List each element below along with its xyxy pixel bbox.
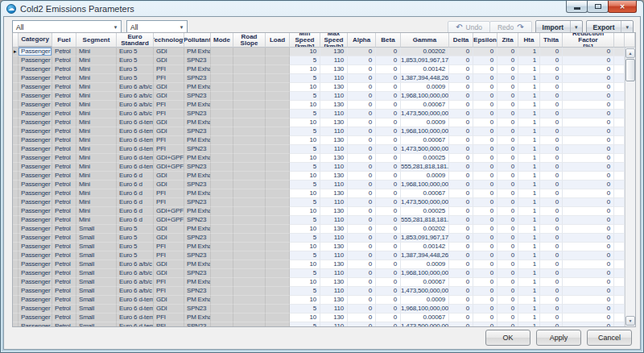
cell-mode[interactable] (211, 74, 233, 83)
row-selector-cell[interactable] (13, 260, 19, 269)
cell-zita[interactable]: 0 (497, 56, 518, 65)
cell-road_slope[interactable] (233, 101, 266, 110)
cell-category[interactable]: Passenger Cars (19, 65, 52, 74)
cell-thita[interactable]: 0 (540, 127, 563, 136)
row-selector-cell[interactable] (13, 92, 19, 101)
cell-max_speed[interactable]: 130 (320, 101, 348, 110)
cell-pollutant[interactable]: SPN23 (184, 322, 211, 327)
cell-zita[interactable]: 0 (497, 145, 518, 154)
cell-min_speed[interactable]: 5 (290, 181, 320, 189)
cell-min_speed[interactable]: 10 (290, 154, 320, 163)
cell-mode[interactable] (211, 216, 233, 225)
cell-beta[interactable]: 0 (376, 127, 401, 136)
cell-beta[interactable]: 0 (376, 48, 401, 56)
cell-load[interactable] (266, 322, 290, 327)
cell-epsilon[interactable]: 0 (473, 225, 497, 234)
cell-zita[interactable]: 0 (497, 92, 518, 101)
cell-fuel[interactable]: Petrol (52, 225, 76, 234)
cell-thita[interactable]: 0 (540, 181, 563, 189)
cell-thita[interactable]: 0 (540, 74, 563, 83)
table-row[interactable]: Passenger CarsPetrolMiniEuro 6 dGDI+GPFP… (13, 207, 625, 216)
table-row[interactable]: Passenger CarsPetrolMiniEuro 6 a/b/cGDIP… (13, 83, 625, 92)
row-selector-cell[interactable] (13, 234, 19, 243)
column-header-alpha[interactable]: Alpha (348, 33, 376, 48)
cell-road_slope[interactable] (233, 243, 266, 251)
cell-mode[interactable] (211, 101, 233, 110)
cell-load[interactable] (266, 234, 290, 243)
cell-road_slope[interactable] (233, 305, 266, 314)
cell-delta[interactable]: 0 (449, 145, 473, 154)
cell-epsilon[interactable]: 0 (473, 322, 497, 327)
cell-fuel[interactable]: Petrol (52, 118, 76, 127)
row-selector-cell[interactable] (13, 136, 19, 145)
cell-thita[interactable]: 0 (540, 118, 563, 127)
cell-max_speed[interactable]: 130 (320, 83, 348, 92)
cell-technology[interactable]: GDI+GPF (154, 154, 184, 163)
cell-fuel[interactable]: Petrol (52, 74, 76, 83)
cell-technology[interactable]: GDI (154, 260, 184, 269)
cell-min_speed[interactable]: 5 (290, 56, 320, 65)
cell-segment[interactable]: Mini (76, 189, 117, 198)
cell-reduction_factor[interactable]: 0 (563, 269, 614, 278)
row-selector-cell[interactable] (13, 216, 19, 225)
cell-pollutant[interactable]: SPN23 (184, 163, 211, 172)
cell-gamma[interactable]: 1,387,394,448,267.14 (401, 251, 449, 260)
cell-gamma[interactable]: 1,968,100,000,000 (401, 127, 449, 136)
cell-category[interactable]: Passenger Cars (19, 136, 52, 145)
cell-reduction_factor[interactable]: 0 (563, 118, 614, 127)
cell-category[interactable]: Passenger Cars (19, 225, 52, 234)
column-header-segment[interactable]: Segment (76, 33, 117, 48)
cell-pollutant[interactable]: SPN23 (184, 56, 211, 65)
cell-alpha[interactable]: 0 (348, 260, 376, 269)
cell-pollutant[interactable]: PM Exhaust (184, 172, 211, 181)
cell-gamma[interactable]: 0.00067 (401, 189, 449, 198)
cell-hta[interactable]: 1 (518, 92, 540, 101)
cell-delta[interactable]: 0 (449, 322, 473, 327)
cell-load[interactable] (266, 118, 290, 127)
cell-mode[interactable] (211, 118, 233, 127)
cell-delta[interactable]: 0 (449, 65, 473, 74)
cell-euro_standard[interactable]: Euro 6 d-temp (117, 136, 154, 145)
cell-max_speed[interactable]: 110 (320, 234, 348, 243)
table-row[interactable]: Passenger CarsPetrolMiniEuro 6 dGDI+GPFS… (13, 216, 625, 225)
cell-epsilon[interactable]: 0 (473, 74, 497, 83)
cell-pollutant[interactable]: SPN23 (184, 287, 211, 296)
cell-reduction_factor[interactable]: 0 (563, 314, 614, 322)
cell-category[interactable]: Passenger Cars (19, 56, 52, 65)
cell-min_speed[interactable]: 5 (290, 269, 320, 278)
cell-delta[interactable]: 0 (449, 269, 473, 278)
cell-thita[interactable]: 0 (540, 207, 563, 216)
column-header-delta[interactable]: Delta (449, 33, 473, 48)
cell-reduction_factor[interactable]: 0 (563, 216, 614, 225)
cell-reduction_factor[interactable]: 0 (563, 74, 614, 83)
cell-segment[interactable]: Mini (76, 110, 117, 118)
cell-segment[interactable]: Small (76, 278, 117, 287)
cell-epsilon[interactable]: 0 (473, 163, 497, 172)
cell-zita[interactable]: 0 (497, 216, 518, 225)
cell-technology[interactable]: GDI (154, 56, 184, 65)
cell-beta[interactable]: 0 (376, 189, 401, 198)
cell-category[interactable]: Passenger Cars (19, 278, 52, 287)
cell-reduction_factor[interactable]: 0 (563, 225, 614, 234)
cell-beta[interactable]: 0 (376, 216, 401, 225)
cell-hta[interactable]: 1 (518, 243, 540, 251)
cell-gamma[interactable]: 0.0009 (401, 118, 449, 127)
cell-pollutant[interactable]: PM Exhaust (184, 118, 211, 127)
cell-max_speed[interactable]: 110 (320, 305, 348, 314)
cell-hta[interactable]: 1 (518, 198, 540, 207)
column-header-gamma[interactable]: Gamma (401, 33, 449, 48)
cell-road_slope[interactable] (233, 181, 266, 189)
cell-fuel[interactable]: Petrol (52, 101, 76, 110)
row-selector-cell[interactable] (13, 154, 19, 163)
cell-load[interactable] (266, 101, 290, 110)
cell-zita[interactable]: 0 (497, 189, 518, 198)
cell-road_slope[interactable] (233, 225, 266, 234)
cell-max_speed[interactable]: 110 (320, 269, 348, 278)
table-row[interactable]: Passenger CarsPetrolMiniEuro 6 d-tempGDI… (13, 154, 625, 163)
cell-zita[interactable]: 0 (497, 163, 518, 172)
cell-min_speed[interactable]: 5 (290, 163, 320, 172)
cell-reduction_factor[interactable]: 0 (563, 181, 614, 189)
cell-technology[interactable]: PFI (154, 74, 184, 83)
cell-zita[interactable]: 0 (497, 269, 518, 278)
cell-road_slope[interactable] (233, 110, 266, 118)
